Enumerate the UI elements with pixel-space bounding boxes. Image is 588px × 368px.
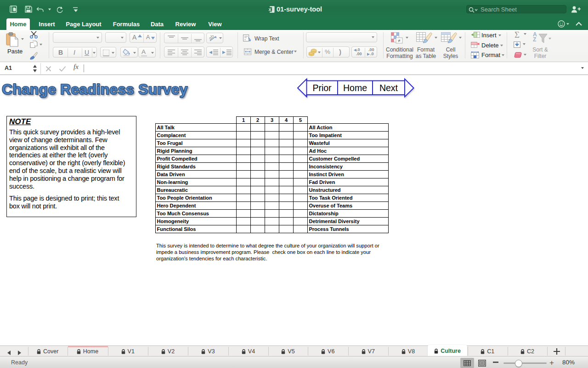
svg-text:X: X <box>268 7 271 12</box>
svg-text:Change Readiness Survey: Change Readiness Survey <box>2 81 187 98</box>
svg-text:≠: ≠ <box>398 38 401 43</box>
svg-text:Prior: Prior <box>312 83 332 93</box>
svg-text:Next: Next <box>379 83 398 93</box>
svg-text:Home: Home <box>343 83 367 93</box>
